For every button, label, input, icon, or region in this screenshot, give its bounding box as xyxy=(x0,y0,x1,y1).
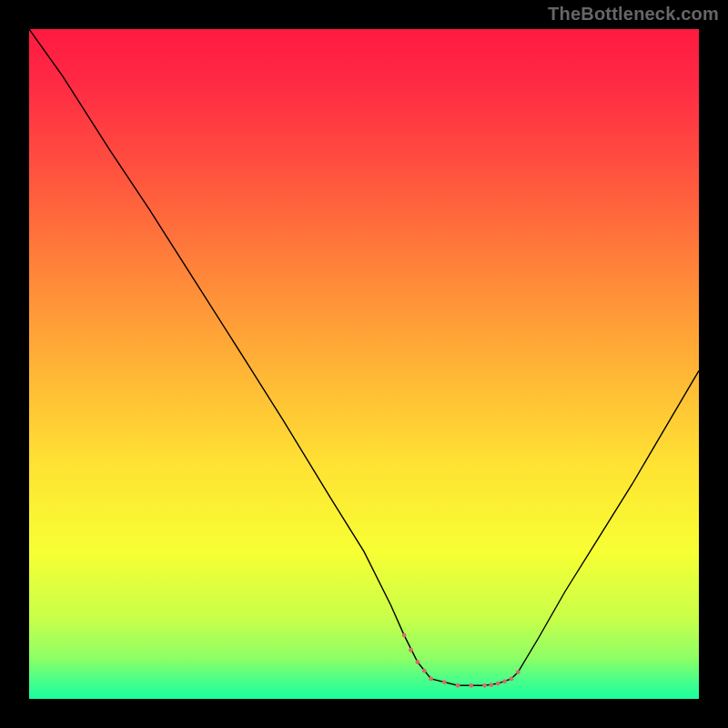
flat-zone-marker xyxy=(510,677,514,682)
flat-zone-marker xyxy=(402,633,407,638)
flat-zone-marker xyxy=(496,682,500,686)
watermark-text: TheBottleneck.com xyxy=(548,4,719,25)
bottleneck-chart-svg xyxy=(29,29,699,699)
flat-zone-marker xyxy=(422,669,427,673)
flat-zone-marker xyxy=(415,660,420,664)
flat-zone-marker xyxy=(429,677,433,682)
chart-frame: TheBottleneck.com xyxy=(0,0,728,728)
plot-area xyxy=(29,29,699,699)
flat-zone-marker xyxy=(456,683,460,688)
flat-zone-marker xyxy=(469,683,473,688)
flat-zone-marker xyxy=(489,682,493,687)
flat-zone-marker xyxy=(442,680,447,684)
flat-zone-marker xyxy=(516,670,521,674)
gradient-background xyxy=(29,29,699,699)
flat-zone-marker xyxy=(502,679,507,683)
flat-zone-marker xyxy=(482,683,487,688)
flat-zone-marker xyxy=(409,648,413,652)
